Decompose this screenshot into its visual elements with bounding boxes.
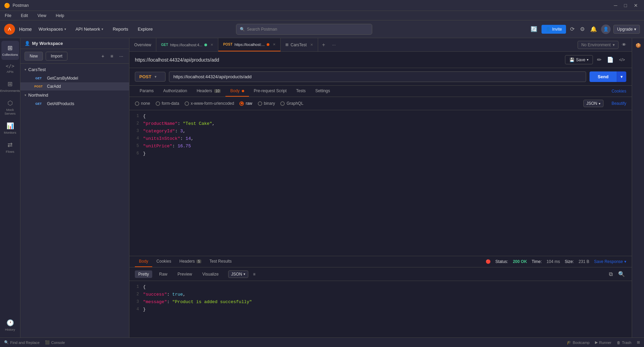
menu-bar: File Edit View Help	[0, 11, 644, 20]
tab-tests[interactable]: Tests	[292, 86, 311, 97]
user-avatar[interactable]: 👤	[601, 24, 611, 34]
search-response-button[interactable]: 🔍	[617, 269, 626, 279]
list-item[interactable]: GET GetAllProducts	[20, 100, 129, 108]
description-icon[interactable]: 📄	[606, 55, 615, 64]
menu-view[interactable]: View	[35, 13, 48, 19]
sidebar-item-mock-servers[interactable]: ⬡ Mock Servers	[1, 96, 19, 119]
code-icon[interactable]: </>	[618, 55, 626, 64]
sidebar-item-monitors[interactable]: 📊 Monitors	[1, 119, 19, 138]
more-options-icon[interactable]: ···	[117, 53, 125, 60]
maximize-button[interactable]: □	[622, 2, 629, 9]
menu-help[interactable]: Help	[54, 13, 66, 19]
body-binary-option[interactable]: binary	[258, 101, 275, 106]
json-format-chevron-icon: ▾	[599, 102, 600, 105]
res-tab-test-results[interactable]: Test Results	[205, 256, 236, 267]
sync-icon[interactable]: 🔄	[529, 24, 539, 34]
sidebar-item-apis[interactable]: </> APIs	[1, 60, 19, 77]
sort-icon[interactable]: ≡	[109, 53, 115, 60]
minimize-button[interactable]: ─	[612, 2, 619, 9]
res-tab-body[interactable]: Body	[135, 256, 152, 267]
close-button[interactable]: ✕	[632, 2, 640, 9]
search-bar[interactable]: 🔍 Search Postman	[236, 24, 372, 35]
tab-headers[interactable]: Headers 10	[192, 86, 225, 97]
format-pretty-button[interactable]: Pretty	[135, 270, 152, 278]
tab-post-localhost[interactable]: POST https://localhost:... ✕	[218, 38, 281, 51]
environment-selector[interactable]: No Environment ▾	[578, 41, 618, 49]
reports-link[interactable]: Reports	[110, 25, 131, 33]
find-replace-button[interactable]: 🔍 Find and Replace	[4, 340, 40, 345]
tab-settings[interactable]: Settings	[311, 86, 335, 97]
settings-icon[interactable]: ⚙	[579, 24, 586, 34]
save-response-button[interactable]: Save Response ▾	[594, 259, 626, 264]
format-visualize-button[interactable]: Visualize	[199, 270, 222, 278]
tab-close-icon[interactable]: ✕	[310, 43, 313, 47]
menu-edit[interactable]: Edit	[19, 13, 30, 19]
workspaces-menu[interactable]: Workspaces ▾	[36, 25, 68, 33]
url-input[interactable]	[169, 71, 586, 82]
list-item[interactable]: POST CarAdd	[20, 82, 129, 90]
refresh-icon[interactable]: ⟳	[569, 24, 576, 34]
edit-icon[interactable]: ✏	[596, 55, 603, 64]
request-body-editor[interactable]: 1 { 2 "productName": "Test Cake", 3 "cat…	[129, 110, 632, 256]
trash-button[interactable]: 🗑 Trash	[617, 341, 631, 345]
api-network-menu[interactable]: API Network ▾	[73, 25, 106, 33]
tab-close-icon[interactable]: ✕	[273, 43, 276, 46]
tab-authorization[interactable]: Authorization	[158, 86, 192, 97]
tab-close-icon[interactable]: ✕	[210, 43, 213, 47]
tab-carstest[interactable]: ⊞ CarsTest ✕	[281, 38, 318, 51]
copy-response-button[interactable]: ⧉	[608, 269, 614, 279]
runner-button[interactable]: ▶ Runner	[595, 340, 611, 345]
tab-params[interactable]: Params	[135, 86, 158, 97]
console-button[interactable]: ⬛ Console	[45, 340, 65, 345]
save-button[interactable]: 💾 Save ▾	[565, 55, 593, 64]
body-none-option[interactable]: none	[135, 101, 150, 106]
send-button[interactable]: Send	[590, 71, 617, 82]
bootcamp-button[interactable]: 🎓 Bootcamp	[567, 340, 590, 345]
sidebar-item-collections[interactable]: ⊞ Collections	[1, 41, 19, 60]
tab-overview[interactable]: Overview	[129, 38, 156, 51]
format-raw-button[interactable]: Raw	[156, 270, 171, 278]
env-settings-icon[interactable]: 👁	[621, 41, 628, 49]
resize-icon[interactable]: ⊞	[637, 340, 640, 345]
method-selector[interactable]: POST ▾	[135, 72, 166, 82]
sidebar-item-history[interactable]: 🕐 History	[1, 316, 19, 335]
menu-file[interactable]: File	[3, 13, 13, 19]
more-tabs-button[interactable]: ···	[329, 42, 339, 47]
body-raw-option[interactable]: raw	[239, 101, 252, 106]
invite-button[interactable]: 👤 Invite	[541, 25, 566, 34]
body-urlencoded-option[interactable]: x-www-form-urlencoded	[185, 101, 234, 106]
body-graphql-option[interactable]: GraphQL	[280, 101, 303, 106]
beautify-button[interactable]: Beautify	[612, 101, 626, 106]
tab-body[interactable]: Body	[225, 86, 249, 97]
collection-header-carstest[interactable]: ▾ CarsTest	[20, 65, 129, 74]
format-preview-button[interactable]: Preview	[174, 270, 195, 278]
add-collection-icon[interactable]: +	[100, 53, 106, 60]
import-button[interactable]: Import	[46, 52, 67, 61]
find-replace-icon: 🔍	[4, 340, 9, 345]
filter-response-icon[interactable]: ≡	[252, 270, 257, 278]
sidebar-item-environments[interactable]: ⊞ Environments	[1, 77, 19, 96]
res-tab-headers[interactable]: Headers 5	[175, 256, 205, 267]
sidebar-item-flows[interactable]: ⇄ Flows	[1, 138, 19, 157]
tab-dot-green	[204, 44, 207, 46]
headers-badge: 10	[214, 89, 221, 93]
body-format-selector[interactable]: JSON ▾	[583, 100, 603, 107]
right-sidebar-cookies-icon[interactable]: 🍪	[633, 41, 643, 50]
response-format-selector[interactable]: JSON ▾	[228, 270, 248, 278]
list-item[interactable]: GET GetCarsByModel	[20, 74, 129, 82]
window-controls: ─ □ ✕	[612, 2, 640, 9]
notification-icon[interactable]: 🔔	[589, 24, 598, 34]
send-dropdown-button[interactable]: ▾	[617, 71, 626, 82]
add-tab-button[interactable]: +	[318, 42, 329, 48]
tab-pre-request-script[interactable]: Pre-request Script	[249, 86, 292, 97]
body-form-data-option[interactable]: form-data	[156, 101, 179, 106]
upgrade-button[interactable]: Upgrade ▾	[613, 25, 640, 34]
cookies-link[interactable]: Cookies	[612, 89, 626, 94]
res-tab-cookies[interactable]: Cookies	[152, 256, 175, 267]
collection-header-northwind[interactable]: ▾ Northwind	[20, 90, 129, 100]
home-link[interactable]: Home	[19, 27, 32, 32]
explore-link[interactable]: Explore	[135, 25, 155, 33]
copy-response-icon[interactable]: 🔴	[486, 259, 491, 264]
new-button[interactable]: New	[25, 52, 43, 61]
tab-get-localhost[interactable]: GET https://localhost:4... ✕	[156, 38, 218, 51]
